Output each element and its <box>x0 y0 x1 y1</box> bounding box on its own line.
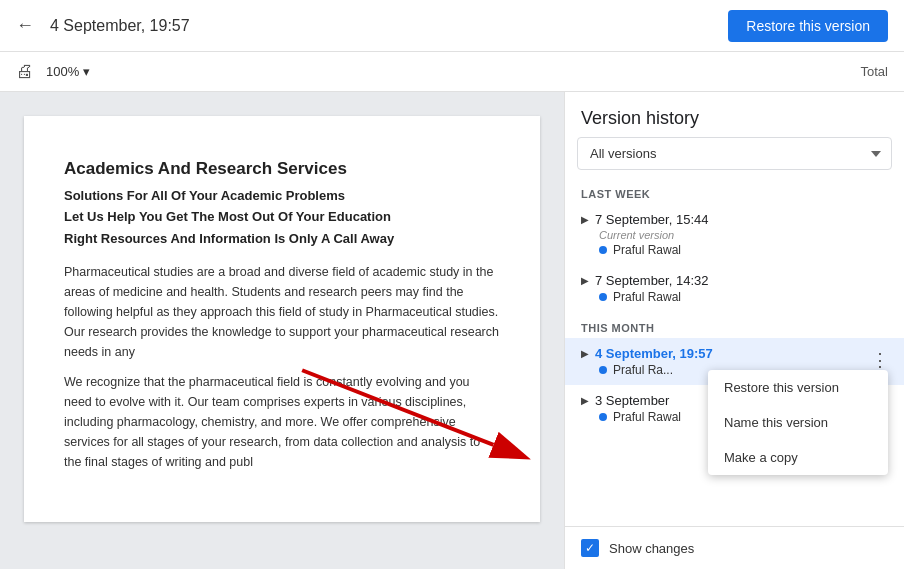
version-user-7sep-1544: Praful Rawal <box>581 243 888 257</box>
context-menu-copy[interactable]: Make a copy <box>708 440 888 475</box>
user-dot-icon-4 <box>599 413 607 421</box>
document-wrapper: Academics And Research Services Solution… <box>0 92 564 569</box>
doc-paragraph2: We recognize that the pharmaceutical fie… <box>64 372 500 472</box>
section-label-this-month: THIS MONTH <box>565 312 904 338</box>
user-dot-icon-3 <box>599 366 607 374</box>
expand-arrow-icon: ▶ <box>581 214 589 225</box>
user-name-7sep-1544: Praful Rawal <box>613 243 681 257</box>
document-panel: Academics And Research Services Solution… <box>0 92 564 546</box>
context-menu-name[interactable]: Name this version <box>708 405 888 440</box>
toolbar-right-label: Total <box>861 64 888 79</box>
doc-body: Pharmaceutical studies are a broad and d… <box>64 262 500 472</box>
show-changes-checkbox[interactable] <box>581 539 599 557</box>
restore-version-button[interactable]: Restore this version <box>728 10 888 42</box>
doc-subtitle3: Right Resources And Information Is Only … <box>64 229 500 249</box>
version-datetime-3sep: 3 September <box>595 393 669 408</box>
back-button[interactable]: ← <box>16 15 34 36</box>
version-user-7sep-1432: Praful Rawal <box>581 290 888 304</box>
user-name-4sep-1957: Praful Ra... <box>613 363 673 377</box>
version-datetime-7sep-1432: 7 September, 14:32 <box>595 273 708 288</box>
doc-paragraph1: Pharmaceutical studies are a broad and d… <box>64 262 500 362</box>
doc-subtitle1: Solutions For All Of Your Academic Probl… <box>64 186 500 206</box>
document-page: Academics And Research Services Solution… <box>24 116 540 522</box>
version-filter[interactable]: All versions Named versions <box>577 137 892 170</box>
user-dot-icon-2 <box>599 293 607 301</box>
current-version-label: Current version <box>581 229 888 241</box>
version-item-header: ▶ 7 September, 15:44 <box>581 212 888 227</box>
user-name-7sep-1432: Praful Rawal <box>613 290 681 304</box>
version-datetime-7sep-1544: 7 September, 15:44 <box>595 212 708 227</box>
doc-subtitle2: Let Us Help You Get The Most Out Of Your… <box>64 207 500 227</box>
version-panel: Version history All versions Named versi… <box>564 92 904 569</box>
show-changes-row: Show changes <box>565 526 904 569</box>
context-menu-restore[interactable]: Restore this version <box>708 370 888 405</box>
doc-title: Academics And Research Services <box>64 156 500 182</box>
zoom-dropdown-arrow: ▾ <box>83 64 90 79</box>
expand-arrow-icon-2: ▶ <box>581 275 589 286</box>
context-menu: Restore this version Name this version M… <box>708 370 888 475</box>
user-dot-icon <box>599 246 607 254</box>
expand-arrow-icon-4: ▶ <box>581 395 589 406</box>
version-panel-title: Version history <box>565 92 904 137</box>
version-datetime-4sep-1957: 4 September, 19:57 <box>595 346 713 361</box>
print-icon[interactable]: 🖨 <box>16 61 34 82</box>
user-name-3sep: Praful Rawal <box>613 410 681 424</box>
version-date-label: 4 September, 19:57 <box>50 17 712 35</box>
version-item-header-3: ▶ 4 September, 19:57 <box>581 346 888 361</box>
version-filter-select[interactable]: All versions Named versions <box>577 137 892 170</box>
expand-arrow-icon-3: ▶ <box>581 348 589 359</box>
zoom-value: 100% <box>46 64 79 79</box>
version-item-7sep-1544[interactable]: ▶ 7 September, 15:44 Current version Pra… <box>565 204 904 265</box>
version-item-header-2: ▶ 7 September, 14:32 <box>581 273 888 288</box>
zoom-control[interactable]: 100% ▾ <box>46 64 90 79</box>
show-changes-label: Show changes <box>609 541 694 556</box>
version-item-7sep-1432[interactable]: ▶ 7 September, 14:32 Praful Rawal <box>565 265 904 312</box>
section-label-last-week: LAST WEEK <box>565 178 904 204</box>
